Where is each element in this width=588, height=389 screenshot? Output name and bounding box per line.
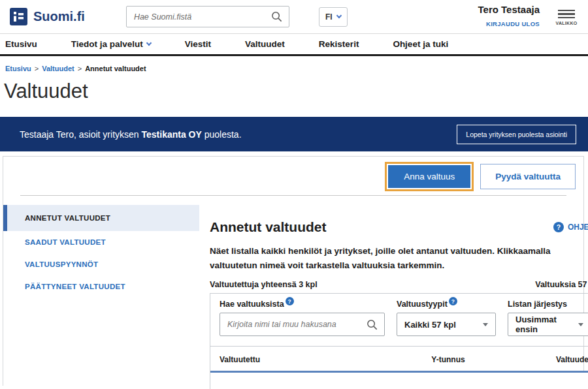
user-name: Tero Testaaja xyxy=(478,4,540,16)
menu-button[interactable]: VALIKKO xyxy=(553,8,580,26)
search-icon[interactable] xyxy=(270,10,283,23)
sidebar-item-paattyneet-valtuudet[interactable]: PÄÄTTYNEET VALTUUDET xyxy=(3,275,199,298)
search-icon[interactable] xyxy=(366,319,378,331)
help-label: OHJEITA xyxy=(568,223,588,232)
help-icon[interactable]: ? xyxy=(286,297,294,305)
table-header-row: Valtuutettu Y-tunnus Valtuudet xyxy=(210,347,588,371)
breadcrumb: Etusivu>Valtuudet>Annetut valtuudet xyxy=(5,65,583,72)
main-content: Annetut valtuudet ? OHJEITA Näet listall… xyxy=(199,205,588,389)
sort-filter: Listan järjestys Uusimmat ensin xyxy=(508,300,588,336)
nav-item-ohjeet-ja-tuki[interactable]: Ohjeet ja tuki xyxy=(393,39,448,49)
help-link[interactable]: ? OHJEITA xyxy=(553,222,588,232)
dropdown-arrow-icon xyxy=(578,323,583,326)
list-sort-value: Uusimmat ensin xyxy=(515,315,578,334)
mandates-list-container: Hae valtuuksista ? xyxy=(210,293,588,389)
type-filter: Valtuustyypit ? Kaikki 57 kpl xyxy=(397,300,496,336)
column-header-valtuudet: Valtuudet xyxy=(517,355,588,364)
main-nav: Etusivu Tiedot ja palvelut Viestit Valtu… xyxy=(0,34,588,56)
search-filter: Hae valtuuksista ? xyxy=(220,300,385,336)
total-mandatees: Valtuutettuja yhteensä 3 kpl xyxy=(210,280,318,289)
table-body xyxy=(210,373,588,389)
nav-item-viestit[interactable]: Viestit xyxy=(185,39,211,49)
breadcrumb-separator: > xyxy=(78,65,82,72)
suomi-fi-logo[interactable]: Suomi.fi xyxy=(10,8,85,25)
total-mandates: Valtuuksia 57 kpl xyxy=(535,280,588,289)
help-icon: ? xyxy=(553,222,564,232)
hamburger-icon xyxy=(558,10,575,12)
language-label: FI xyxy=(325,12,333,22)
menu-label: VALIKKO xyxy=(553,21,580,25)
page-title: Valtuudet xyxy=(4,79,583,103)
highlight-box: Anna valtuus xyxy=(385,162,474,191)
mandate-search-field[interactable] xyxy=(220,313,385,336)
section-title: Annetut valtuudet xyxy=(210,219,327,235)
dropdown-arrow-icon xyxy=(483,323,488,326)
nav-item-rekisterit[interactable]: Rekisterit xyxy=(319,39,359,49)
filters-row: Hae valtuuksista ? xyxy=(210,294,588,347)
sidebar: ANNETUT VALTUUDET SAADUT VALTUUDET VALTU… xyxy=(3,205,199,389)
language-selector[interactable]: FI xyxy=(319,7,348,27)
help-icon[interactable]: ? xyxy=(449,297,457,305)
column-header-y-tunnus: Y-tunnus xyxy=(431,355,517,364)
breadcrumb-link-valtuudet[interactable]: Valtuudet xyxy=(42,65,74,72)
banner-text: Testaaja Tero, asioit yrityksen Testikan… xyxy=(20,129,242,140)
sort-filter-label: Listan järjestys xyxy=(508,300,567,309)
nav-item-tiedot-ja-palvelut[interactable]: Tiedot ja palvelut xyxy=(71,39,151,49)
site-search[interactable] xyxy=(126,6,289,27)
nav-item-valtuudet[interactable]: Valtuudet xyxy=(245,39,285,49)
suomi-fi-logo-icon xyxy=(10,8,27,25)
site-search-input[interactable] xyxy=(133,12,270,22)
user-block: Tero Testaaja KIRJAUDU ULOS xyxy=(478,4,540,29)
mandate-search-input[interactable] xyxy=(226,319,366,330)
content-panel: Anna valtuus Pyydä valtuutta ANNETUT VAL… xyxy=(3,156,584,386)
sidebar-item-valtuuspyynnot[interactable]: VALTUUSPYYNNÖT xyxy=(3,253,199,275)
breadcrumb-current: Annetut valtuudet xyxy=(85,65,146,72)
section-description: Näet listalla kaikki henkilöt ja yrityks… xyxy=(210,244,579,272)
chevron-down-icon xyxy=(146,40,152,46)
company-name: Testikanta OY xyxy=(142,129,202,140)
give-mandate-button[interactable]: Anna valtuus xyxy=(388,165,470,188)
request-mandate-button[interactable]: Pyydä valtuutta xyxy=(480,164,576,189)
logout-link[interactable]: KIRJAUDU ULOS xyxy=(486,20,540,27)
logo-text: Suomi.fi xyxy=(33,9,85,24)
list-sort-select[interactable]: Uusimmat ensin xyxy=(508,313,588,336)
chevron-down-icon xyxy=(336,13,341,18)
column-header-valtuutettu: Valtuutettu xyxy=(220,355,431,364)
type-filter-label: Valtuustyypit xyxy=(397,300,448,309)
breadcrumb-separator: > xyxy=(35,65,39,72)
sidebar-item-annetut-valtuudet[interactable]: ANNETUT VALTUUDET xyxy=(3,205,199,231)
mandate-type-value: Kaikki 57 kpl xyxy=(404,320,456,330)
site-header: Suomi.fi FI Tero Testaaja KIRJAUDU ULOS … xyxy=(0,0,588,34)
stop-acting-on-behalf-button[interactable]: Lopeta yrityksen puolesta asiointi xyxy=(457,125,576,144)
actions-row: Anna valtuus Pyydä valtuutta xyxy=(3,157,583,195)
nav-item-etusivu[interactable]: Etusivu xyxy=(5,39,37,49)
breadcrumb-link-etusivu[interactable]: Etusivu xyxy=(5,65,31,72)
acting-on-behalf-banner: Testaaja Tero, asioit yrityksen Testikan… xyxy=(0,117,588,151)
mandate-type-select[interactable]: Kaikki 57 kpl xyxy=(397,313,496,336)
search-filter-label: Hae valtuuksista xyxy=(220,300,284,309)
sidebar-item-saadut-valtuudet[interactable]: SAADUT VALTUUDET xyxy=(3,231,199,253)
